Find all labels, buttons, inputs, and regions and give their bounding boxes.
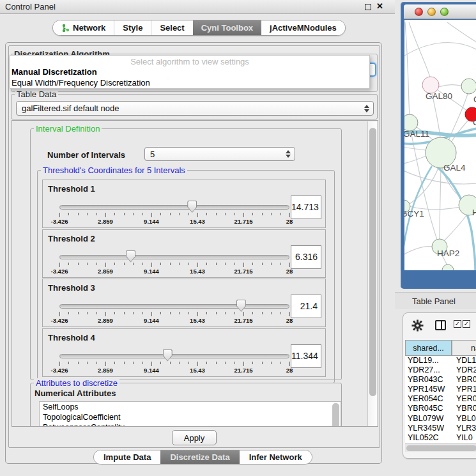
slider-tick (87, 312, 88, 314)
dropdown-item-equal-width[interactable]: Equal Width/Frequency Discretization (10, 77, 369, 88)
dropdown-hint: Select algorithm to view settings (10, 57, 369, 66)
network-window-titlebar (404, 4, 476, 19)
tab-style[interactable]: Style (114, 20, 151, 35)
table-row[interactable]: YBR043CYBR0 (405, 375, 476, 385)
table-rows[interactable]: YDL19...YDL1YDR27...YDR2YBR043CYBR0YPR14… (405, 356, 476, 443)
num-intervals-combobox[interactable]: 5 (144, 147, 295, 161)
slider-track[interactable] (59, 354, 289, 358)
scrollbar-thumb[interactable] (406, 445, 476, 451)
slider-tick (78, 213, 79, 215)
threshold-value-field[interactable]: 11.344 (291, 344, 321, 368)
discretize-data-panel: Discretization Algorithm Select algorith… (8, 45, 380, 448)
slider-tick (289, 362, 290, 366)
slider-tick (225, 263, 226, 265)
slider-thumb[interactable] (163, 349, 173, 362)
checkbox-icon[interactable]: ✓ (454, 320, 461, 328)
slider-tick (206, 263, 207, 265)
node-label-ga: GA (473, 95, 476, 104)
node-label-h: H (472, 208, 476, 217)
table-row[interactable]: YDR27...YDR2 (405, 365, 476, 375)
tick-label: 9.144 (144, 367, 159, 374)
table-row[interactable]: YBL079WYBL0 (405, 414, 476, 424)
slider-tick (96, 362, 97, 364)
column-header-name[interactable]: na (452, 340, 476, 356)
numerical-attributes-label: Numerical Attributes (35, 388, 116, 398)
list-scrollbar[interactable] (332, 403, 339, 427)
bottom-tab-impute-data[interactable]: Impute Data (94, 450, 160, 464)
table-data-combobox[interactable]: galFiltered.sif default node (16, 101, 374, 116)
tab-label: Impute Data (104, 452, 151, 462)
slider-tick (133, 312, 134, 314)
slider-tick (68, 312, 69, 314)
gear-icon[interactable] (411, 319, 424, 332)
column-header-shared[interactable]: shared... (405, 340, 452, 356)
close-icon[interactable]: ✕ (376, 1, 383, 11)
slider-tick (114, 362, 115, 364)
slider-track[interactable] (59, 304, 289, 309)
threshold-value-field[interactable]: 6.316 (291, 245, 321, 269)
zoom-traffic-light-icon[interactable] (440, 8, 449, 16)
attribute-list-item[interactable]: SelfLoops (40, 402, 341, 412)
threshold-panel-2: Threshold 2-3.4262.8599.14415.4321.71528… (42, 229, 326, 278)
slider-tick (252, 213, 253, 215)
control-panel-title: Control Panel (5, 2, 56, 12)
float-window-icon[interactable] (365, 4, 371, 10)
slider-thumb[interactable] (126, 250, 135, 263)
network-canvas[interactable]: GAL80GACGAL11GAL4GCY1HHAP2 (404, 20, 476, 270)
tab-jactivemnodules[interactable]: jActiveMNodules (261, 20, 345, 35)
slider-track[interactable] (59, 205, 289, 210)
threshold-value-field[interactable]: 21.4 (291, 295, 321, 318)
apply-button[interactable]: Apply (172, 430, 217, 445)
num-intervals-value: 5 (150, 150, 155, 159)
slider-thumb[interactable] (236, 300, 246, 312)
top-tab-bar: NetworkStyleSelectCyni ToolboxjActiveMNo… (52, 20, 346, 36)
bottom-tab-discretize-data[interactable]: Discretize Data (160, 450, 239, 464)
table-row[interactable]: YER054CYER0 (405, 394, 476, 404)
slider-thumb[interactable] (187, 201, 197, 213)
num-intervals-label: Number of Intervals (47, 150, 125, 160)
threshold-value-field[interactable]: 14.713 (291, 196, 321, 219)
slider-tick (271, 362, 272, 364)
slider-tick (68, 362, 69, 364)
slider-tick (243, 312, 244, 316)
slider-track[interactable] (59, 255, 289, 259)
dropdown-item-manual[interactable]: Manual Discretization (10, 66, 369, 77)
network-icon (61, 24, 70, 33)
horizontal-scrollbar[interactable] (405, 443, 476, 452)
checkbox-icon[interactable]: ✓ (463, 320, 470, 328)
cell-name: YLR3 (454, 424, 476, 433)
slider-tick (234, 362, 235, 364)
tick-label: 15.43 (190, 218, 205, 225)
table-row[interactable]: YLR345WYLR3 (405, 424, 476, 433)
tab-cyni-toolbox[interactable]: Cyni Toolbox (193, 20, 261, 35)
table-row[interactable]: YIL052CYIL0 (405, 433, 476, 443)
spinner-icon (286, 148, 291, 160)
table-row[interactable]: YDL19...YDL1 (405, 356, 476, 365)
tick-label: 9.144 (144, 317, 159, 324)
attributes-list[interactable]: SelfLoopsTopologicalCoefficientBetweenne… (39, 401, 341, 427)
slider-tick (271, 213, 272, 215)
green-network-node[interactable] (461, 79, 476, 94)
minimize-traffic-light-icon[interactable] (427, 8, 436, 16)
slider-tick (179, 362, 180, 364)
table-row[interactable]: YBR045CYBR0 (405, 404, 476, 413)
slider-tick (262, 263, 263, 265)
tick-label: 9.144 (144, 268, 159, 275)
close-traffic-light-icon[interactable] (415, 8, 423, 16)
green-network-node[interactable] (442, 265, 454, 270)
slider-tick (151, 362, 152, 366)
columns-icon[interactable] (435, 320, 446, 330)
slider-tick (225, 312, 226, 314)
scrollbar-thumb[interactable] (369, 128, 376, 396)
attribute-list-item[interactable]: BetweennessCentrality (40, 422, 341, 427)
bottom-tab-infer-network[interactable]: Infer Network (240, 450, 312, 464)
slider-tick (170, 263, 171, 265)
table-row[interactable]: YPR145WYPR1 (405, 385, 476, 394)
slider-tick (142, 213, 143, 215)
tab-select[interactable]: Select (151, 20, 192, 35)
tab-network[interactable]: Network (53, 20, 114, 35)
vertical-scrollbar[interactable] (367, 121, 377, 427)
attribute-list-item[interactable]: TopologicalCoefficient (40, 412, 341, 422)
slider-tick (234, 263, 235, 265)
table-data-value: galFiltered.sif default node (22, 104, 119, 113)
